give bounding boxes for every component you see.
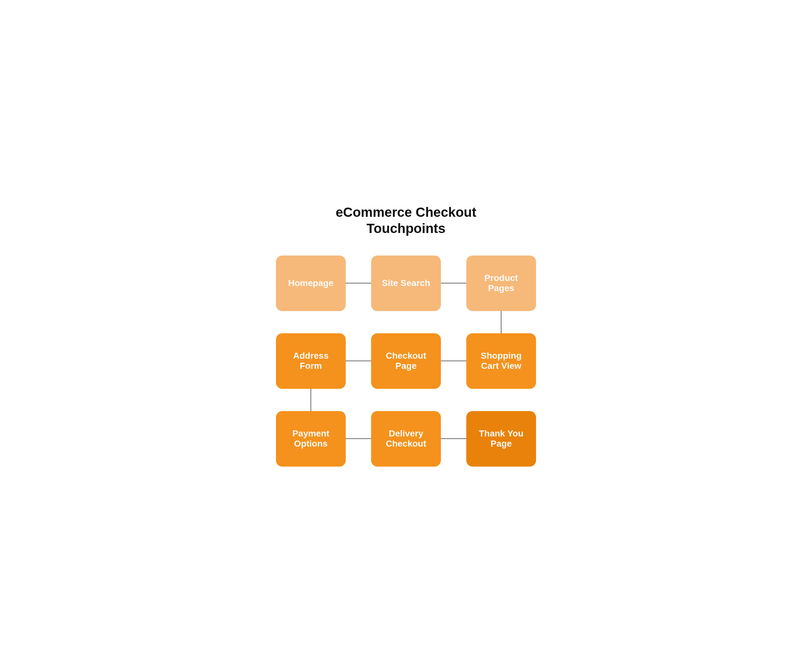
v-conn-col1-r2r3 (276, 389, 346, 411)
connector-deliverycheckout-thankyoupage (441, 438, 466, 439)
diagram-title: eCommerce Checkout Touchpoints (336, 204, 476, 237)
node-product-pages: Product Pages (466, 255, 536, 311)
node-homepage: Homepage (276, 255, 346, 311)
connector-checkoutpage-shoppingcart (441, 361, 466, 361)
node-payment-options: Payment Options (276, 411, 346, 467)
v-line-col3-r1r2 (501, 311, 501, 333)
row-1: Homepage Site Search Product Pages (263, 255, 549, 311)
row-3: Payment Options Delivery Checkout Thank … (263, 411, 549, 467)
connector-homepage-sitesearch (346, 283, 371, 283)
row-2: Address Form Checkout Page Shopping Cart… (263, 333, 549, 389)
connector-sitesearch-productpages (441, 283, 466, 283)
node-checkout-page: Checkout Page (371, 333, 441, 389)
v-line-col1-r2r3 (311, 389, 311, 411)
node-delivery-checkout: Delivery Checkout (371, 411, 441, 467)
diagram-container: eCommerce Checkout Touchpoints Homepage … (263, 204, 549, 467)
node-site-search: Site Search (371, 255, 441, 311)
grid-wrapper: Homepage Site Search Product Pages Ad (263, 255, 549, 467)
node-shopping-cart-view: Shopping Cart View (466, 333, 536, 389)
connector-paymentoptions-deliverycheckout (346, 438, 371, 439)
connector-addressform-checkoutpage (346, 361, 371, 361)
v-connector-row2-row3 (263, 389, 549, 411)
node-thank-you-page: Thank You Page (466, 411, 536, 467)
v-connector-row1-row2 (263, 311, 549, 333)
v-conn-col3-r1r2 (466, 311, 536, 333)
node-address-form: Address Form (276, 333, 346, 389)
